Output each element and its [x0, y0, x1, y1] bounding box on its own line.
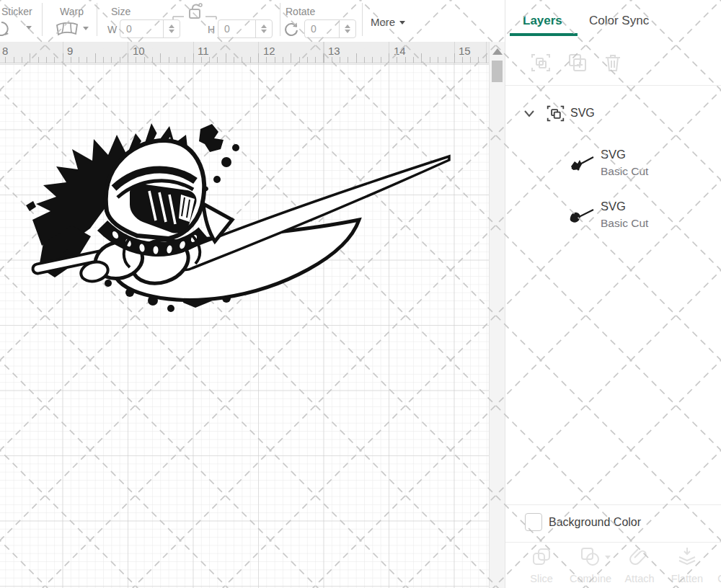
more-button[interactable]: More	[371, 16, 401, 28]
layer-operation: Basic Cut	[601, 165, 648, 178]
layer-operation: Basic Cut	[601, 217, 648, 230]
delete-button[interactable]	[602, 52, 624, 74]
group-icon	[546, 104, 565, 123]
background-color-swatch[interactable]	[525, 513, 542, 531]
width-stepper[interactable]	[163, 20, 180, 37]
combine-caret-icon[interactable]	[605, 556, 611, 559]
ruler-number: 12	[263, 45, 275, 57]
toolbar-divider	[280, 3, 280, 36]
ruler-minor-ticks	[0, 57, 489, 63]
toolbar-divider	[97, 3, 97, 36]
horizontal-ruler: 8 9 10 11 12 13 14 15	[0, 42, 489, 63]
contour-label: Contour	[713, 573, 721, 584]
chevron-down-icon[interactable]	[523, 107, 536, 120]
background-color-label: Background Color	[549, 516, 641, 529]
sticker-label: Sticker	[1, 6, 32, 17]
layer-thumbnail-knight-outline	[569, 152, 596, 174]
combine-label: Combine	[567, 573, 614, 584]
rotate-stepper[interactable]	[339, 20, 355, 37]
width-input[interactable]: 0	[120, 19, 180, 38]
rotate-value: 0	[305, 20, 339, 37]
flatten-button[interactable]: Flatten	[664, 546, 710, 584]
canvas-vertical-scrollbar[interactable]	[489, 42, 505, 588]
warp-dropdown-caret[interactable]	[83, 27, 89, 30]
more-label: More	[371, 16, 395, 28]
layers-panel: Layers Color Sync SVG	[505, 0, 721, 588]
ruler-number: 11	[198, 45, 209, 57]
slice-icon	[531, 546, 552, 568]
layer-title: SVG	[601, 200, 626, 213]
height-stepper[interactable]	[255, 20, 272, 37]
ruler-number: 13	[328, 45, 340, 57]
attach-button[interactable]: Attach	[616, 546, 663, 584]
attach-icon	[629, 546, 650, 568]
warp-label: Warp	[60, 6, 84, 17]
width-value: 0	[120, 20, 163, 37]
height-input[interactable]: 0	[218, 19, 273, 38]
layer-row[interactable]: SVG Basic Cut	[505, 198, 721, 243]
height-field-label: H	[208, 24, 215, 35]
layer-title: SVG	[601, 148, 626, 161]
scrollbar-thumb[interactable]	[492, 61, 503, 82]
active-tab-underline	[510, 33, 578, 36]
height-value: 0	[218, 20, 255, 37]
width-field-label: W	[107, 24, 117, 35]
combine-icon	[580, 546, 601, 568]
ruler-number: 15	[459, 45, 471, 57]
background-color-row[interactable]: Background Color	[505, 504, 721, 542]
layer-group-row[interactable]: SVG	[505, 102, 721, 127]
scroll-up-arrow-icon[interactable]	[492, 48, 503, 55]
aspect-lock-icon[interactable]	[172, 1, 218, 22]
flatten-icon	[676, 546, 698, 568]
group-label: SVG	[570, 107, 595, 120]
duplicate-button[interactable]	[566, 52, 588, 74]
layer-actions-bar: Slice Combine Attach Flatten	[505, 542, 721, 588]
edit-toolbar: Sticker Warp Size W 0 H 0 Rotate 0	[0, 0, 505, 42]
warp-icon[interactable]	[55, 22, 79, 37]
tab-layers[interactable]: Layers	[523, 14, 562, 28]
slice-label: Slice	[518, 573, 565, 584]
layer-row[interactable]: SVG Basic Cut	[505, 146, 721, 191]
rotate-input[interactable]: 0	[304, 19, 356, 38]
sticker-offset-icon[interactable]	[0, 20, 10, 37]
sticker-dropdown-caret[interactable]	[26, 26, 32, 30]
layer-thumbnail-knight-solid	[569, 204, 596, 226]
rotate-label: Rotate	[286, 6, 315, 17]
ruler-number: 10	[133, 45, 145, 57]
ruler-number: 8	[2, 45, 8, 57]
ruler-number: 9	[67, 45, 73, 57]
contour-button[interactable]: Contour	[713, 546, 721, 584]
group-button[interactable]	[530, 52, 552, 74]
toolbar-divider	[42, 3, 43, 36]
attach-label: Attach	[616, 573, 663, 584]
combine-button[interactable]: Combine	[567, 546, 614, 584]
rotate-icon[interactable]	[283, 21, 300, 38]
jousting-knight-artwork[interactable]	[22, 119, 461, 321]
ruler-number: 14	[394, 45, 406, 57]
more-caret-icon	[399, 21, 405, 24]
size-label: Size	[111, 6, 131, 17]
flatten-label: Flatten	[664, 573, 710, 584]
toolbar-divider	[362, 3, 363, 36]
slice-button[interactable]: Slice	[518, 546, 565, 584]
panel-divider	[505, 85, 721, 86]
tab-color-sync[interactable]: Color Sync	[589, 14, 649, 28]
